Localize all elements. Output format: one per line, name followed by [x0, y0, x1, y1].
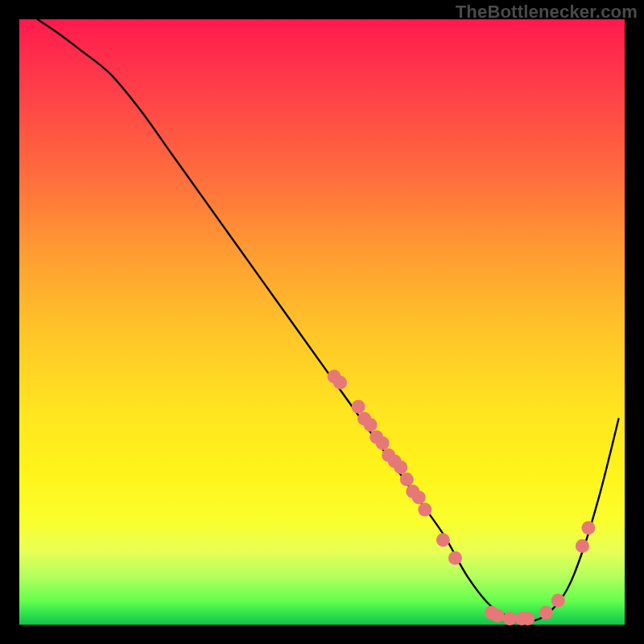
data-point — [448, 551, 462, 565]
data-point — [503, 612, 517, 625]
data-point — [551, 593, 565, 607]
chart-svg — [19, 19, 625, 625]
chart-container: TheBottlenecker.com — [0, 0, 644, 644]
data-point — [394, 460, 407, 474]
data-point — [491, 609, 505, 622]
data-point — [436, 533, 450, 547]
data-point — [521, 612, 535, 625]
data-point — [376, 436, 390, 450]
data-point — [364, 418, 378, 431]
data-point — [418, 503, 431, 517]
data-point — [352, 400, 365, 414]
data-point — [412, 491, 426, 505]
curve-line — [38, 19, 619, 621]
data-point — [581, 521, 595, 535]
data-point — [576, 539, 589, 553]
data-point — [400, 473, 414, 486]
data-points — [328, 369, 596, 625]
data-point — [539, 605, 553, 619]
data-point — [333, 376, 347, 390]
